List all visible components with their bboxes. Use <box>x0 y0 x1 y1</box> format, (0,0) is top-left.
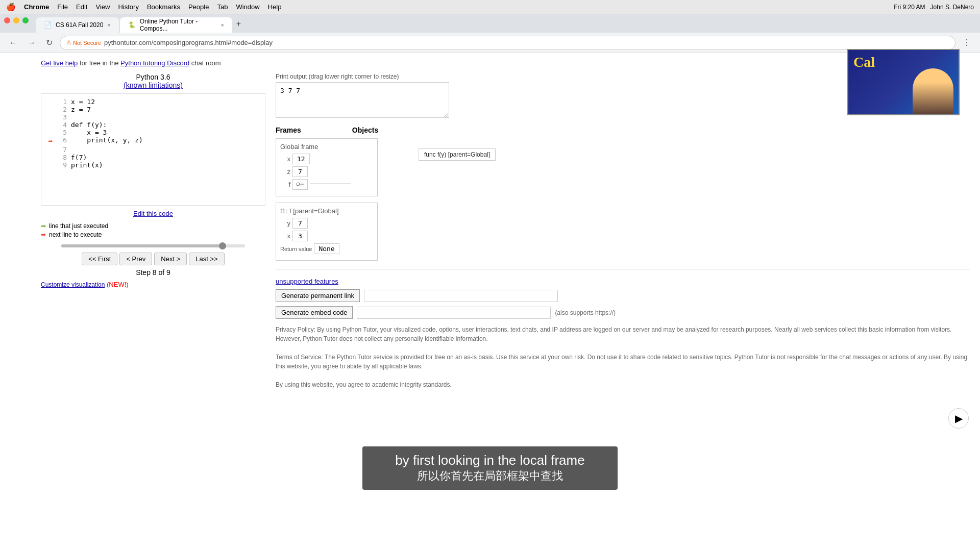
global-z-val: 7 <box>292 166 308 177</box>
address-bar[interactable]: ⚠ Not Secure pythontutor.com/composingpr… <box>60 36 955 50</box>
f1-frame-title: f1: f [parent=Global] <box>280 207 373 215</box>
last-button[interactable]: Last >> <box>189 253 224 265</box>
gen-permanent-row: Generate permanent link <box>276 289 970 302</box>
tab-pythontutor[interactable]: 🐍 Online Python Tutor - Compos... × <box>120 17 232 33</box>
main-layout: Python 3.6 (known limitations) 1 x = 12 … <box>41 73 970 389</box>
tab-close-pythontutor[interactable]: × <box>220 22 224 28</box>
code-editor: 1 x = 12 2 z = 7 3 <box>41 93 265 206</box>
menu-bookmarks[interactable]: Bookmarks <box>147 3 180 11</box>
f-pointer-line <box>310 184 351 184</box>
menu-tab[interactable]: Tab <box>217 3 228 11</box>
global-var-x: x 12 <box>280 154 373 164</box>
edit-code-link[interactable]: Edit this code <box>41 210 265 217</box>
tab-label-pythontutor: Online Python Tutor - Compos... <box>140 18 217 32</box>
right-objects: func f(y) [parent=Global] <box>408 148 496 161</box>
customize-new-badge: (NEW!) <box>107 281 129 288</box>
menu-edit[interactable]: Edit <box>76 3 87 11</box>
legend-green-label: line that just executed <box>49 222 108 230</box>
gen-permanent-input[interactable] <box>364 290 558 302</box>
subtitle-overlay: by first looking in the local frame 所以你首… <box>362 446 618 490</box>
f1-return-row: Return value None <box>280 243 373 254</box>
gen-embed-note: (also supports https://) <box>555 309 616 316</box>
tab-label-cs61a: CS 61A Fall 2020 <box>56 21 103 29</box>
code-line-1: 1 x = 12 <box>45 98 261 106</box>
prev-button[interactable]: < Prev <box>119 253 152 265</box>
window-minimize-btn[interactable] <box>13 17 19 23</box>
clock-display: Fri 9:20 AM <box>894 4 925 11</box>
chrome-toolbar: ← → ↻ ⚠ Not Secure pythontutor.com/compo… <box>0 33 980 53</box>
menu-help[interactable]: Help <box>268 3 282 11</box>
linenum-3: 3 <box>60 113 67 121</box>
menu-people[interactable]: People <box>188 3 209 11</box>
step-slider[interactable] <box>61 244 245 247</box>
live-help-bar: Get live help for free in the Python tut… <box>41 59 970 67</box>
forward-button[interactable]: → <box>24 36 39 49</box>
code-line-2: 2 z = 7 <box>45 106 261 113</box>
tab-cs61a[interactable]: 📄 CS 61A Fall 2020 × <box>36 17 119 33</box>
print-output-box: 3 7 7 <box>276 82 449 118</box>
f1-x-val: 3 <box>292 231 308 241</box>
pointer-icon <box>296 182 304 187</box>
print-output-value: 3 7 7 <box>280 87 300 94</box>
global-f-name: f <box>280 181 290 188</box>
step-label: Step 8 of 9 <box>136 268 170 277</box>
gen-permanent-button[interactable]: Generate permanent link <box>276 289 360 302</box>
linenum-8: 8 <box>60 154 67 161</box>
code-line-7: 7 <box>45 146 261 154</box>
live-help-middle: for free in the <box>80 59 120 67</box>
menu-view[interactable]: View <box>95 3 110 11</box>
menu-history[interactable]: History <box>118 3 138 11</box>
global-x-val: 12 <box>292 154 310 164</box>
gen-embed-input[interactable] <box>357 307 551 319</box>
refresh-button[interactable]: ↻ <box>43 36 56 49</box>
frames-objects-header: Frames Objects <box>276 126 970 134</box>
next-button[interactable]: Next > <box>154 253 187 265</box>
linenum-2: 2 <box>60 106 67 113</box>
linenum-4: 4 <box>60 121 67 129</box>
f1-var-y: y 7 <box>280 218 373 229</box>
global-var-f: f <box>280 179 373 190</box>
known-limitations-link[interactable]: (known limitations) <box>124 81 183 89</box>
code-line-5: 5 x = 3 <box>45 129 261 136</box>
tab-close-cs61a[interactable]: × <box>107 22 110 28</box>
global-x-name: x <box>280 155 290 163</box>
green-arrow-icon: ➡ <box>41 222 46 230</box>
menu-file[interactable]: File <box>57 3 68 11</box>
frames-section: Global frame x 12 z 7 <box>276 138 970 261</box>
f1-y-name: y <box>280 219 290 227</box>
menu-chrome[interactable]: Chrome <box>24 3 49 11</box>
f1-y-val: 7 <box>292 218 308 229</box>
subtitle-chinese: 所以你首先在局部框架中查找 <box>375 468 605 484</box>
live-help-link[interactable]: Get live help <box>41 59 78 67</box>
back-button[interactable]: ← <box>6 36 20 49</box>
menu-window[interactable]: Window <box>236 3 259 11</box>
global-z-name: z <box>280 168 290 176</box>
gen-embed-button[interactable]: Generate embed code <box>276 306 353 319</box>
subtitle-english: by first looking in the local frame <box>375 453 605 468</box>
video-overlay: Cal <box>847 49 960 115</box>
customize-link[interactable]: Customize visualization <box>41 281 105 288</box>
unsupported-features-link[interactable]: unsupported features <box>276 278 338 285</box>
window-maximize-btn[interactable] <box>22 17 29 23</box>
new-tab-button[interactable]: + <box>233 16 244 32</box>
user-name: John S. DeNero <box>930 4 974 11</box>
func-box: func f(y) [parent=Global] <box>419 148 496 161</box>
browser-frame: 📄 CS 61A Fall 2020 × 🐍 Online Python Tut… <box>0 14 980 551</box>
more-button[interactable]: ⋮ <box>960 36 974 49</box>
legend-red-label: next line to execute <box>49 231 102 238</box>
linecode-4: def f(y): <box>71 121 107 129</box>
svg-point-0 <box>297 183 300 186</box>
mac-menu[interactable]: Chrome File Edit View History Bookmarks … <box>24 3 281 11</box>
mac-right-items: Fri 9:20 AM John S. DeNero <box>894 4 974 11</box>
global-frame-title: Global frame <box>280 143 373 151</box>
video-next-button[interactable]: ▶ <box>948 408 969 429</box>
legend-red: ➡ next line to execute <box>41 231 265 238</box>
legend-green: ➡ line that just executed <box>41 222 265 230</box>
security-warning: ⚠ Not Secure <box>66 39 101 46</box>
f1-x-name: x <box>280 232 290 240</box>
window-close-btn[interactable] <box>4 17 10 23</box>
first-button[interactable]: << First <box>82 253 117 265</box>
privacy-policy-text: Privacy Policy: By using Python Tutor, y… <box>276 325 970 389</box>
discord-link[interactable]: Python tutoring Discord <box>120 59 189 67</box>
linecode-8: f(7) <box>71 154 87 161</box>
